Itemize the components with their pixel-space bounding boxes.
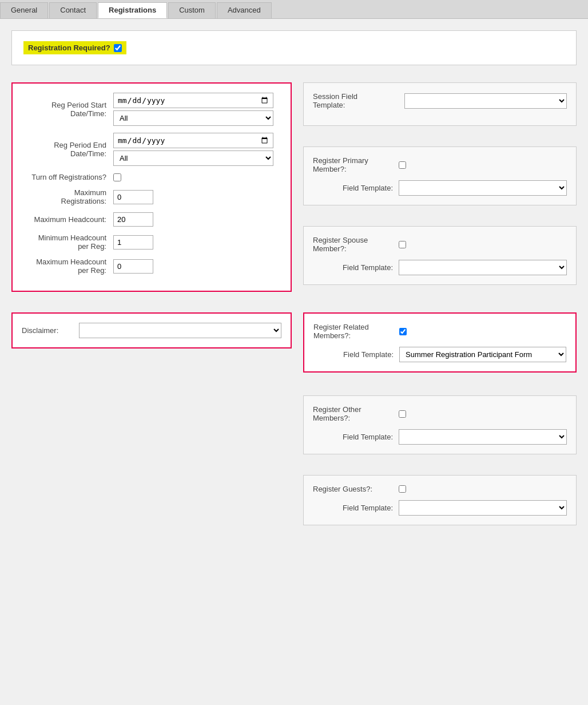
register-related-template-row: Field Template: Summer Registration Part… xyxy=(313,347,566,362)
register-other-checkbox[interactable] xyxy=(399,410,406,418)
guests-left-spacer xyxy=(11,475,292,534)
reg-period-end-date[interactable] xyxy=(113,133,273,148)
left-column: Reg Period StartDate/Time: All Reg Perio… xyxy=(11,82,292,301)
main-content: Registration Required? Reg Period StartD… xyxy=(0,19,588,705)
register-other-label: Register OtherMembers?: xyxy=(313,405,399,422)
min-headcount-row: Minimum Headcountper Reg: xyxy=(22,233,281,251)
register-primary-panel: Register PrimaryMember?: Field Template: xyxy=(303,146,577,205)
tab-advanced[interactable]: Advanced xyxy=(217,2,272,18)
right-column: Session FieldTemplate: Register PrimaryM… xyxy=(303,82,577,301)
session-field-template-label: Session FieldTemplate: xyxy=(313,92,404,109)
register-other-checkbox-row: Register OtherMembers?: xyxy=(313,405,567,422)
max-headcount-per-reg-input[interactable] xyxy=(113,259,153,274)
register-related-checkbox[interactable] xyxy=(399,328,407,335)
tab-general[interactable]: General xyxy=(0,2,48,18)
max-headcount-per-reg-row: Maximum Headcountper Reg: xyxy=(22,258,281,275)
top-two-col: Reg Period StartDate/Time: All Reg Perio… xyxy=(11,82,577,301)
register-related-checkbox-row: Register RelatedMembers?: xyxy=(313,323,566,340)
other-members-row: Register OtherMembers?: Field Template: xyxy=(11,395,577,464)
register-spouse-checkbox[interactable] xyxy=(399,241,406,248)
reg-period-end-fields: All xyxy=(113,133,281,166)
other-left-spacer xyxy=(11,395,292,464)
register-guests-checkbox[interactable] xyxy=(399,485,406,493)
bottom-left: Disclaimer: xyxy=(11,312,292,373)
register-related-template-select[interactable]: Summer Registration Participant Form xyxy=(399,347,566,362)
register-other-panel: Register OtherMembers?: Field Template: xyxy=(303,395,577,454)
register-guests-checkbox-row: Register Guests?: xyxy=(313,485,567,493)
reg-period-start-label: Reg Period StartDate/Time: xyxy=(22,101,113,118)
registration-settings-panel: Reg Period StartDate/Time: All Reg Perio… xyxy=(11,82,292,292)
register-guests-template-row: Field Template: xyxy=(313,500,567,516)
registration-required-checkbox[interactable] xyxy=(114,44,122,52)
register-primary-label: Register PrimaryMember?: xyxy=(313,156,399,173)
max-registrations-label: MaximumRegistrations: xyxy=(22,188,113,205)
bottom-two-col: Disclaimer: Register RelatedMembers?: Fi… xyxy=(11,312,577,373)
session-field-template-panel: Session FieldTemplate: xyxy=(303,82,577,126)
register-spouse-template-row: Field Template: xyxy=(313,260,567,275)
other-right: Register OtherMembers?: Field Template: xyxy=(303,395,577,464)
tab-registrations[interactable]: Registrations xyxy=(98,2,167,18)
max-registrations-row: MaximumRegistrations: xyxy=(22,188,281,205)
register-guests-template-label: Field Template: xyxy=(313,504,399,512)
register-primary-template-row: Field Template: xyxy=(313,180,567,196)
guests-row: Register Guests?: Field Template: xyxy=(11,475,577,534)
register-guests-panel: Register Guests?: Field Template: xyxy=(303,475,577,525)
bottom-right: Register RelatedMembers?: Field Template… xyxy=(303,312,577,373)
reg-period-start-fields: All xyxy=(113,93,281,126)
register-related-label: Register RelatedMembers?: xyxy=(313,323,399,340)
min-headcount-input[interactable] xyxy=(113,235,153,249)
register-guests-template-select[interactable] xyxy=(399,500,567,516)
register-primary-template-label: Field Template: xyxy=(313,184,399,192)
register-related-panel: Register RelatedMembers?: Field Template… xyxy=(303,312,577,373)
reg-period-end-label: Reg Period EndDate/Time: xyxy=(22,141,113,158)
register-related-template-label: Field Template: xyxy=(313,350,399,359)
register-spouse-template-label: Field Template: xyxy=(313,263,399,272)
reg-period-start-row: Reg Period StartDate/Time: All xyxy=(22,93,281,126)
register-spouse-panel: Register SpouseMember?: Field Template: xyxy=(303,226,577,285)
session-field-template-row: Session FieldTemplate: xyxy=(313,92,567,109)
register-spouse-checkbox-row: Register SpouseMember?: xyxy=(313,236,567,253)
register-other-template-label: Field Template: xyxy=(313,433,399,441)
registration-required-banner: Registration Required? xyxy=(11,30,577,65)
max-headcount-input[interactable] xyxy=(113,212,153,227)
disclaimer-select[interactable] xyxy=(79,323,281,338)
register-primary-checkbox-row: Register PrimaryMember?: xyxy=(313,156,567,173)
disclaimer-label: Disclaimer: xyxy=(22,326,79,335)
turn-off-checkbox[interactable] xyxy=(113,173,121,181)
max-headcount-row: Maximum Headcount: xyxy=(22,212,281,227)
tab-bar: General Contact Registrations Custom Adv… xyxy=(0,0,588,19)
max-headcount-per-reg-label: Maximum Headcountper Reg: xyxy=(22,258,113,275)
max-registrations-input[interactable] xyxy=(113,190,153,204)
register-spouse-template-select[interactable] xyxy=(399,260,567,275)
max-headcount-label: Maximum Headcount: xyxy=(22,215,113,224)
reg-period-start-date[interactable] xyxy=(113,93,273,108)
tab-custom[interactable]: Custom xyxy=(168,2,216,18)
registration-required-label: Registration Required? xyxy=(23,41,126,54)
turn-off-label: Turn off Registrations? xyxy=(22,173,113,181)
disclaimer-panel: Disclaimer: xyxy=(11,312,292,348)
register-other-template-select[interactable] xyxy=(399,429,567,445)
register-primary-checkbox[interactable] xyxy=(399,161,406,169)
reg-period-end-row: Reg Period EndDate/Time: All xyxy=(22,133,281,166)
reg-period-start-time[interactable]: All xyxy=(113,110,273,126)
register-guests-label: Register Guests?: xyxy=(313,485,399,493)
guests-right: Register Guests?: Field Template: xyxy=(303,475,577,534)
register-other-template-row: Field Template: xyxy=(313,429,567,445)
register-spouse-label: Register SpouseMember?: xyxy=(313,236,399,253)
min-headcount-label: Minimum Headcountper Reg: xyxy=(22,233,113,251)
tab-contact[interactable]: Contact xyxy=(49,2,97,18)
reg-period-end-time[interactable]: All xyxy=(113,150,273,166)
turn-off-registrations-row: Turn off Registrations? xyxy=(22,173,281,181)
register-primary-template-select[interactable] xyxy=(399,180,567,196)
session-field-template-select[interactable] xyxy=(404,93,567,109)
registration-required-text: Registration Required? xyxy=(28,43,110,52)
